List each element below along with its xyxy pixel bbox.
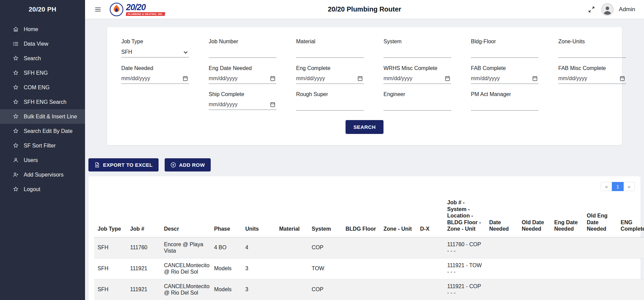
- calendar-icon[interactable]: [183, 76, 188, 81]
- system-input[interactable]: [383, 48, 451, 58]
- filter-wrhs-misc-complete: WRHS Misc Complete mm/dd/yyyy: [383, 65, 451, 84]
- date-placeholder: mm/dd/yyyy: [209, 75, 237, 82]
- eng-complete-input[interactable]: mm/dd/yyyy: [296, 74, 364, 84]
- fab-complete-input[interactable]: mm/dd/yyyy: [471, 74, 539, 84]
- calendar-icon[interactable]: [357, 76, 363, 81]
- material-input[interactable]: [296, 48, 364, 58]
- main-column: 20/20 PLUMBING & HEATING, INC. 20/20 Plu…: [85, 0, 644, 300]
- cell-units: 3: [242, 279, 276, 300]
- eng-date-needed-input[interactable]: mm/dd/yyyy: [209, 74, 276, 84]
- calendar-icon[interactable]: [270, 76, 275, 81]
- pagination-prev-button[interactable]: «: [601, 182, 612, 191]
- sidebar-item-label: Home: [24, 26, 38, 32]
- hamburger-menu-icon[interactable]: [95, 7, 101, 12]
- ship-complete-input[interactable]: mm/dd/yyyy: [209, 100, 276, 110]
- data-view-icon: [13, 41, 19, 47]
- sidebar-item-sf-sort-filter[interactable]: SF Sort Filter: [0, 138, 85, 153]
- zone-units-input[interactable]: [558, 48, 626, 58]
- cell-old-eng-date-needed: [583, 258, 617, 279]
- sidebar-item-sfh-eng-search[interactable]: SFH ENG Search: [0, 95, 85, 109]
- cell-job-number: 111921: [127, 258, 161, 279]
- filter-label: Material: [296, 39, 364, 45]
- calendar-icon[interactable]: [445, 76, 450, 81]
- add-row-button[interactable]: ADD ROW: [165, 158, 211, 171]
- export-to-excel-button[interactable]: EXPORT TO EXCEL: [88, 158, 159, 171]
- wrhs-misc-complete-input[interactable]: mm/dd/yyyy: [383, 74, 451, 84]
- filter-fab-misc-complete: FAB Misc Complete mm/dd/yyyy: [558, 65, 626, 84]
- cell-eng-complete: [617, 237, 644, 258]
- plus-circle-icon: [170, 162, 176, 168]
- pagination-page-1-button[interactable]: 1: [612, 182, 623, 191]
- logo-flame-icon: [109, 2, 124, 17]
- column-header: Descr: [161, 196, 211, 237]
- export-button-label: EXPORT TO EXCEL: [103, 162, 153, 168]
- sidebar-item-com-eng[interactable]: COM ENG: [0, 80, 85, 95]
- top-header: 20/20 PLUMBING & HEATING, INC. 20/20 Plu…: [85, 0, 644, 19]
- pagination-next-button[interactable]: »: [623, 182, 635, 191]
- cell-job-type: SFH: [94, 279, 127, 300]
- pm-act-manager-input[interactable]: [471, 100, 539, 111]
- filter-label: Eng Complete: [296, 65, 364, 71]
- cell-old-eng-date-needed: [583, 237, 617, 258]
- fab-misc-complete-input[interactable]: mm/dd/yyyy: [558, 74, 626, 84]
- sidebar-item-logout[interactable]: Logout: [0, 182, 85, 197]
- sidebar-item-data-view[interactable]: Data View: [0, 37, 85, 51]
- rough-super-input[interactable]: [296, 100, 364, 111]
- column-header: Eng Date Needed: [551, 196, 583, 237]
- home-icon: [13, 26, 19, 32]
- job-type-select[interactable]: SFH: [121, 48, 189, 57]
- cell-phase: 4 BO: [211, 237, 242, 258]
- sidebar-item-bulk-edit-insert-line[interactable]: Bulk Edit & Insert Line: [0, 109, 85, 124]
- calendar-icon[interactable]: [620, 76, 625, 81]
- user-avatar-icon[interactable]: [601, 3, 614, 16]
- cell-composite-key: 111921 - TOW - - -: [444, 258, 486, 279]
- column-header: Job Type: [94, 196, 127, 237]
- fullscreen-icon[interactable]: [587, 5, 596, 14]
- filter-eng-complete: Eng Complete mm/dd/yyyy: [296, 65, 364, 84]
- sidebar-item-label: Logout: [24, 186, 40, 192]
- filter-label: System: [383, 39, 451, 45]
- star-icon: [13, 143, 19, 149]
- sidebar-item-search[interactable]: Search: [0, 51, 85, 66]
- cell-composite-key: 111921 - COP - - -: [444, 279, 486, 300]
- cell-old-date-needed: [518, 237, 551, 258]
- cell-system: TOW: [308, 258, 342, 279]
- column-header: Material: [276, 196, 308, 237]
- filter-label: Eng Date Needed: [209, 65, 276, 71]
- filter-label: Date Needed: [121, 65, 189, 71]
- calendar-icon[interactable]: [532, 76, 538, 81]
- filter-label: Rough Super: [296, 91, 364, 97]
- sidebar-item-home[interactable]: Home: [0, 22, 85, 37]
- sidebar-item-users[interactable]: Users: [0, 153, 85, 167]
- table-row: SFH 111760 Encore @ Playa Vista 4 BO 4 C…: [94, 237, 644, 258]
- logo-text: 20/20: [126, 3, 165, 11]
- date-placeholder: mm/dd/yyyy: [558, 75, 587, 82]
- cell-composite-key: 111760 - COP - - -: [444, 237, 486, 258]
- date-needed-input[interactable]: mm/dd/yyyy: [121, 74, 189, 84]
- engineer-input[interactable]: [383, 100, 451, 111]
- cell-eng-date-needed: [551, 237, 583, 258]
- sidebar-item-sfh-eng[interactable]: SFH ENG: [0, 66, 85, 80]
- cell-material: [276, 279, 308, 300]
- filter-label: PM Act Manager: [471, 91, 539, 97]
- filter-label: Job Type: [121, 39, 189, 45]
- calendar-icon[interactable]: [270, 102, 275, 107]
- filter-label: FAB Complete: [471, 65, 539, 71]
- sidebar-item-search-edit-by-date[interactable]: Search Edit By Date: [0, 124, 85, 138]
- star-icon: [13, 114, 19, 120]
- sidebar-item-add-supervisors[interactable]: Add Supervisors: [0, 167, 85, 182]
- filter-empty-cell: [558, 91, 626, 111]
- column-header: BLDG Floor: [342, 196, 380, 237]
- content-area: Job Type SFH Job Number Material: [85, 19, 644, 300]
- cell-system: COP: [308, 279, 342, 300]
- filter-label: WRHS Misc Complete: [383, 65, 451, 71]
- search-button[interactable]: SEARCH: [346, 120, 383, 134]
- cell-dx: [417, 279, 444, 300]
- pagination-row: « 1 »: [94, 182, 635, 191]
- user-name-label: Admin: [619, 6, 635, 13]
- cell-descr: CANCELMontecito @ Rio Del Sol: [161, 258, 211, 279]
- job-number-input[interactable]: [209, 48, 276, 58]
- bldg-floor-input[interactable]: [471, 48, 539, 58]
- table-row: SFH 111921 CANCELMontecito @ Rio Del Sol…: [94, 279, 644, 300]
- cell-date-needed: [486, 279, 518, 300]
